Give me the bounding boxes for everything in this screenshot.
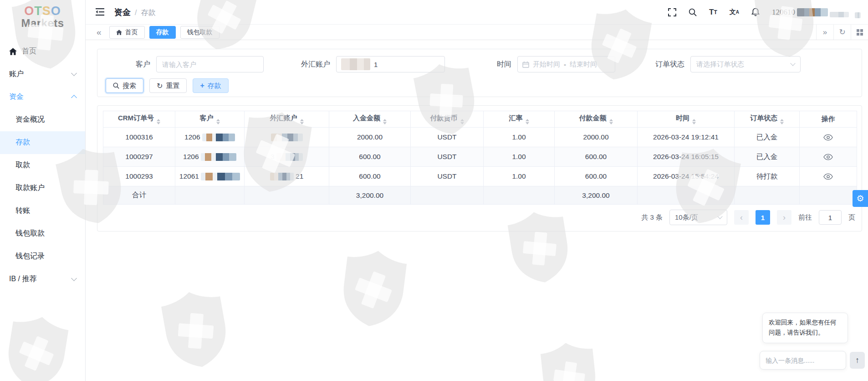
order-status-placeholder: 请选择订单状态 [696,60,744,69]
view-icon[interactable] [823,173,833,180]
translate-icon[interactable]: 文A [730,8,739,16]
fx-account-input[interactable]: 1 [336,56,445,72]
user-id: 120610 [772,8,795,17]
sidebar-section-funds[interactable]: 资金 [0,86,85,108]
cell-rate: 1.00 [484,147,555,167]
layout-grid-icon[interactable] [851,25,868,40]
tabs-scroll-right-icon[interactable]: » [816,25,833,40]
font-size-icon[interactable]: TT [709,8,717,17]
menu-fold-icon[interactable] [96,8,105,16]
sidebar-item-wallet-records[interactable]: 钱包记录 [0,245,85,268]
summary-label: 合计 [103,186,175,205]
col-time[interactable]: 时间 [638,111,735,128]
chat-send-button[interactable]: ↑ [850,352,865,369]
chevron-down-icon [790,61,795,66]
col-deposit-amount[interactable]: 入金金额 [329,111,411,128]
sidebar-item-transfer[interactable]: 转账 [0,200,85,222]
time-label: 时间 [496,60,511,69]
cell-actions [800,147,857,167]
search-icon[interactable] [689,8,697,16]
sort-icon[interactable] [692,119,696,125]
cell-order-no: 1000297 [103,147,175,167]
fx-account-visible: 1 [374,61,378,68]
status-badge: 已入金 [735,147,800,167]
breadcrumb-separator: / [135,9,137,17]
sort-icon[interactable] [526,119,529,125]
fullscreen-icon[interactable] [668,8,676,16]
tab-home[interactable]: 首页 [109,26,145,39]
tab-bar: « 首页 存款 钱包取款 » ↻ [86,25,868,40]
cell-order-no: 1000316 [103,128,175,147]
col-customer[interactable]: 客户 [175,111,245,128]
reset-button[interactable]: ↻ 重置 [149,78,187,93]
sidebar-item-deposit[interactable]: 存款 [0,131,85,154]
sidebar-item-withdraw[interactable]: 取款 [0,154,85,177]
sort-icon[interactable] [300,119,304,125]
sidebar-item-funds-overview[interactable]: 资金概况 [0,108,85,131]
top-bar-actions: TT 文A 120610 [668,8,861,17]
col-pay-amount[interactable]: 付款金额 [555,111,638,128]
sidebar-item-home[interactable]: 首页 [0,40,85,63]
redacted-text [202,134,235,141]
tab-wallet-withdraw[interactable]: 钱包取款 [180,26,220,39]
chat-welcome-text: 欢迎回来，如果您有任何问题，请告诉我们。 [769,319,837,336]
cell-amount: 600.00 [555,147,638,167]
start-time-placeholder: 开始时间 [533,60,560,69]
cell-currency: USDT [411,167,484,186]
col-pay-currency[interactable]: 付款货币 [411,111,484,128]
cell-time: 2026-03-24 15:54:24 [638,167,735,186]
sort-icon[interactable] [780,119,784,125]
summary-deposit-total: 3,200.00 [329,186,411,205]
date-range-input[interactable]: 开始时间 - 结束时间 [517,56,615,72]
tab-deposit[interactable]: 存款 [149,26,176,39]
bell-icon[interactable] [751,8,760,16]
cell-fx-account: 3 [245,147,329,167]
user-name-redacted [855,12,861,18]
col-fx-account[interactable]: 外汇账户 [245,111,329,128]
refresh-icon[interactable]: ↻ [833,25,851,40]
settings-gear-button[interactable]: ⚙ [853,190,868,207]
sort-icon[interactable] [460,119,464,125]
table-row: 1000316 1206 2000.00 USDT 1.00 2000.00 2… [103,128,857,147]
filter-customer: 客户 [129,56,264,72]
cell-amount: 2000.00 [555,128,638,147]
filter-time: 时间 开始时间 - 结束时间 [496,56,615,72]
sidebar-item-withdraw-account[interactable]: 取款账户 [0,177,85,200]
col-order-status[interactable]: 订单状态 [735,111,800,128]
sort-icon[interactable] [216,119,220,125]
sort-icon[interactable] [609,119,613,125]
order-status-select[interactable]: 请选择订单状态 [690,56,801,72]
sidebar-section-account[interactable]: 账户 [0,63,85,86]
next-page-button[interactable]: › [777,210,791,225]
tab-label: 钱包取款 [187,28,213,36]
tabs-scroll-left-icon[interactable]: « [97,28,102,36]
col-rate[interactable]: 汇率 [484,111,555,128]
sidebar-item-wallet-withdraw[interactable]: 钱包取款 [0,222,85,245]
search-button[interactable]: 搜索 [106,78,143,93]
top-bar: 资金 / 存款 TT 文A 120610 [86,0,868,25]
chat-message-input[interactable] [766,357,840,364]
end-time-placeholder: 结束时间 [570,60,597,69]
view-icon[interactable] [823,134,833,141]
sort-icon[interactable] [157,119,160,125]
status-badge: 已入金 [735,128,800,147]
view-icon[interactable] [823,154,833,160]
sort-icon[interactable] [383,119,387,125]
col-order-no[interactable]: CRM订单号 [103,111,175,128]
filter-row: 客户 外汇账户 1 时间 开始时间 [97,49,862,72]
chevron-up-icon [71,95,77,101]
add-deposit-button[interactable]: + 存款 [193,78,228,93]
customer-input[interactable] [157,57,263,72]
prev-page-button[interactable]: ‹ [734,210,749,225]
cell-customer: 1206 [175,147,245,167]
sidebar-item-label: 取款 [15,160,30,170]
breadcrumb-section: 资金 [114,7,131,18]
cell-order-no: 1000293 [103,167,175,186]
sidebar-section-ib[interactable]: IB / 推荐 [0,268,85,291]
cell-deposit: 600.00 [329,167,411,186]
goto-page-input[interactable] [819,210,842,225]
chat-welcome-bubble: 欢迎回来，如果您有任何问题，请告诉我们。 [762,313,848,343]
user-menu[interactable]: 120610 [772,8,861,17]
page-number-current[interactable]: 1 [756,210,770,225]
page-size-select[interactable]: 10条/页 [669,210,727,225]
